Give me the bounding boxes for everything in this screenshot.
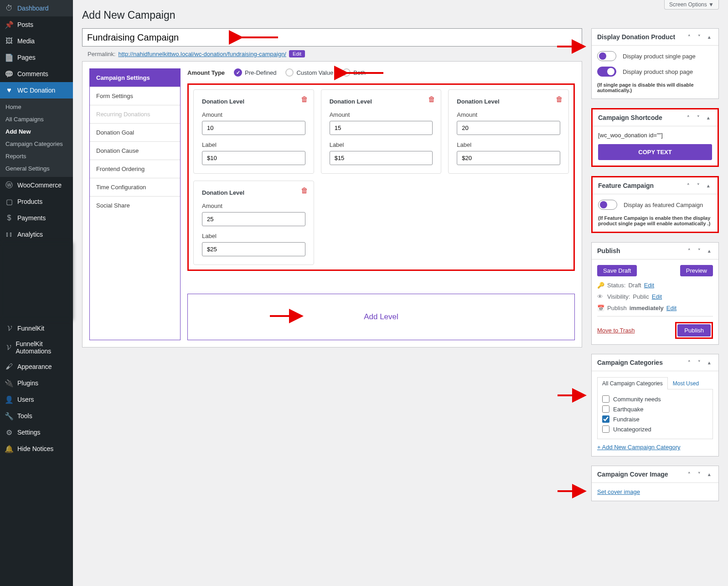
label-label: Label: [202, 141, 305, 148]
label-input[interactable]: [330, 151, 433, 165]
preview-button[interactable]: Preview: [680, 265, 713, 276]
category-checkbox[interactable]: [602, 405, 609, 413]
delete-level-icon[interactable]: 🗑: [428, 95, 435, 104]
tab-all-categories[interactable]: All Campaign Categories: [597, 377, 668, 389]
submenu-home[interactable]: Home: [0, 101, 73, 113]
delete-level-icon[interactable]: 🗑: [556, 95, 563, 104]
panel-toggle-icon[interactable]: ▴: [705, 182, 712, 189]
menu-wc-donation[interactable]: ♥WC Donation: [0, 82, 73, 99]
edit-permalink-button[interactable]: Edit: [289, 50, 305, 57]
submenu-campaign-categories[interactable]: Campaign Categories: [0, 138, 73, 150]
panel-title: Campaign Shortcode: [598, 114, 662, 121]
permalink-url[interactable]: http://nahidfunnelkittwo.local/wc-donati…: [118, 51, 286, 57]
panel-display-donation-product: Display Donation Product ˄˅▴ Display pro…: [591, 28, 719, 99]
menu-posts[interactable]: 📌Posts: [0, 16, 73, 33]
edit-visibility-link[interactable]: Edit: [652, 293, 662, 300]
panel-up-icon[interactable]: ˄: [685, 114, 692, 121]
menu-woocommerce[interactable]: ⓦWooCommerce: [0, 177, 73, 193]
delete-level-icon[interactable]: 🗑: [301, 95, 308, 104]
add-level-button[interactable]: Add Level: [187, 294, 575, 340]
publish-button[interactable]: Publish: [677, 324, 711, 337]
comment-icon: 💬: [5, 69, 14, 78]
copy-text-button[interactable]: COPY TEXT: [598, 144, 712, 160]
panel-down-icon[interactable]: ˅: [695, 182, 702, 189]
submenu-add-new[interactable]: Add New: [0, 125, 73, 138]
panel-down-icon[interactable]: ˅: [695, 114, 702, 121]
menu-comments[interactable]: 💬Comments: [0, 66, 73, 82]
menu-settings[interactable]: ⚙Settings: [0, 424, 73, 441]
menu-media[interactable]: 🖼Media: [0, 33, 73, 49]
menu-analytics[interactable]: ⫾⫾Analytics: [0, 226, 73, 243]
amount-input[interactable]: [457, 121, 560, 135]
label-input[interactable]: [457, 151, 560, 165]
delete-level-icon[interactable]: 🗑: [301, 187, 308, 195]
menu-hide-notices[interactable]: 🔔Hide Notices: [0, 441, 73, 457]
menu-funnelkit[interactable]: 𝓥FunnelKit: [0, 320, 73, 337]
tab-most-used[interactable]: Most Used: [668, 377, 704, 389]
panel-down-icon[interactable]: ˅: [696, 33, 703, 41]
panel-down-icon[interactable]: ˅: [696, 359, 703, 366]
panel-up-icon[interactable]: ˄: [686, 247, 693, 254]
toggle-feature-campaign[interactable]: [598, 200, 617, 210]
panel-toggle-icon[interactable]: ▴: [706, 247, 713, 254]
amount-input[interactable]: [330, 121, 433, 135]
campaign-title-input[interactable]: [82, 28, 582, 47]
label-input[interactable]: [202, 242, 305, 256]
panel-up-icon[interactable]: ˄: [686, 359, 693, 366]
screen-options-button[interactable]: Screen Options ▼: [664, 0, 719, 10]
menu-blurred-section: [0, 243, 73, 320]
tab-donation-goal[interactable]: Donation Goal: [90, 124, 180, 142]
menu-pages[interactable]: 📄Pages: [0, 49, 73, 66]
tab-recurring-donations[interactable]: Recurring Donations: [90, 105, 180, 124]
menu-dashboard[interactable]: ⏱Dashboard: [0, 0, 73, 16]
panel-toggle-icon[interactable]: ▴: [706, 33, 713, 41]
amount-type-row: Amount Type Pre-Defined Custom Value Bot…: [187, 68, 575, 77]
radio-predefined[interactable]: Pre-Defined: [234, 68, 276, 77]
category-checkbox[interactable]: [602, 415, 609, 423]
edit-status-link[interactable]: Edit: [644, 282, 654, 289]
menu-plugins[interactable]: 🔌Plugins: [0, 375, 73, 391]
menu-funnelkit-auto[interactable]: 𝓥FunnelKit Automations: [0, 337, 73, 358]
menu-tools[interactable]: 🔧Tools: [0, 408, 73, 424]
amount-input[interactable]: [202, 212, 305, 226]
set-cover-image-link[interactable]: Set cover image: [597, 488, 640, 495]
level-title: Donation Level: [202, 189, 305, 196]
move-to-trash-link[interactable]: Move to Trash: [597, 327, 635, 334]
panel-toggle-icon[interactable]: ▴: [706, 471, 713, 478]
tab-social-share[interactable]: Social Share: [90, 197, 180, 214]
submenu-reports[interactable]: Reports: [0, 150, 73, 162]
tab-campaign-settings[interactable]: Campaign Settings: [90, 69, 180, 87]
tab-time-configuration[interactable]: Time Configuration: [90, 178, 180, 197]
toggle-shop-page[interactable]: [597, 67, 616, 77]
toggle-label: Display product shop page: [623, 68, 693, 75]
category-checkbox[interactable]: [602, 395, 609, 403]
panel-down-icon[interactable]: ˅: [696, 471, 703, 478]
tab-form-settings[interactable]: Form Settings: [90, 87, 180, 105]
tab-donation-cause[interactable]: Donation Cause: [90, 142, 180, 160]
toggle-single-page[interactable]: [597, 51, 616, 61]
add-new-category-link[interactable]: + Add New Campaign Category: [597, 444, 680, 451]
radio-both[interactable]: Both: [342, 68, 366, 77]
menu-payments[interactable]: $Payments: [0, 210, 73, 226]
panel-toggle-icon[interactable]: ▴: [706, 359, 713, 366]
panel-up-icon[interactable]: ˄: [686, 471, 693, 478]
menu-users[interactable]: 👤Users: [0, 391, 73, 408]
panel-toggle-icon[interactable]: ▴: [705, 114, 712, 121]
tab-frontend-ordering[interactable]: Frontend Ordering: [90, 160, 180, 178]
label-input[interactable]: [202, 151, 305, 165]
panel-down-icon[interactable]: ˅: [696, 247, 703, 254]
panel-up-icon[interactable]: ˄: [685, 182, 692, 189]
menu-products[interactable]: ▢Products: [0, 193, 73, 210]
edit-schedule-link[interactable]: Edit: [666, 305, 676, 311]
submenu-general-settings[interactable]: General Settings: [0, 162, 73, 175]
panel-title: Feature Campaign: [598, 182, 654, 189]
menu-appearance[interactable]: 🖌Appearance: [0, 358, 73, 375]
amount-type-label: Amount Type: [187, 69, 225, 76]
submenu-all-campaigns[interactable]: All Campaigns: [0, 113, 73, 125]
panel-up-icon[interactable]: ˄: [686, 33, 693, 41]
amount-input[interactable]: [202, 121, 305, 135]
funnelkit-icon: 𝓥: [5, 324, 14, 333]
save-draft-button[interactable]: Save Draft: [597, 265, 637, 276]
radio-custom-value[interactable]: Custom Value: [285, 68, 333, 77]
category-checkbox[interactable]: [602, 425, 609, 433]
